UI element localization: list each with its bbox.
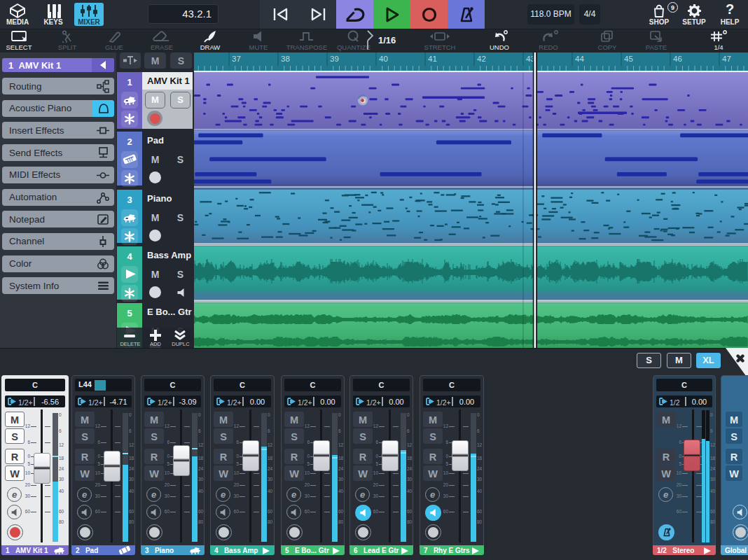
svg-text:42: 42	[477, 55, 486, 63]
svg-text:47: 47	[722, 55, 731, 63]
svg-text:38: 38	[281, 55, 290, 63]
svg-text:46: 46	[673, 55, 682, 63]
svg-text:40: 40	[379, 55, 388, 63]
svg-text:41: 41	[428, 55, 437, 63]
svg-text:37: 37	[232, 55, 241, 63]
svg-text:44: 44	[575, 55, 584, 63]
svg-text:45: 45	[624, 55, 633, 63]
svg-text:39: 39	[330, 55, 339, 63]
